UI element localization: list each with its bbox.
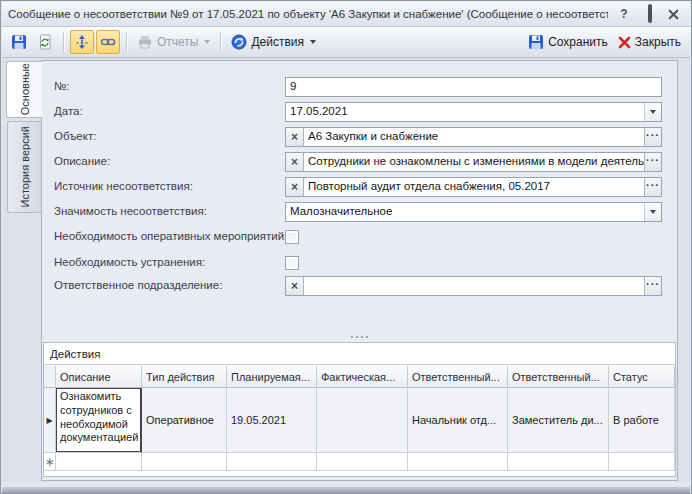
save-button[interactable]: [7, 30, 31, 54]
refresh-object-button[interactable]: [33, 30, 57, 54]
responsible-unit-label: Ответственное подразделение:: [54, 279, 222, 291]
window-resize-edge[interactable]: [2, 483, 690, 493]
elimination-need-checkbox[interactable]: [285, 256, 299, 270]
close-x-icon: [618, 36, 631, 49]
titlebar: Сообщение о несоответствии №9 от 17.05.2…: [2, 2, 690, 27]
responsible-unit-browse-button[interactable]: ···: [644, 277, 661, 295]
new-row-cell[interactable]: [317, 453, 408, 471]
column-header-description[interactable]: Описание: [56, 366, 142, 388]
date-value: 17.05.2021: [286, 103, 644, 121]
object-clear-button[interactable]: ×: [286, 128, 304, 146]
responsible-unit-lookup[interactable]: × ···: [285, 276, 662, 296]
maximize-button[interactable]: [642, 7, 658, 21]
significance-dropdown-button[interactable]: [644, 203, 661, 221]
save-icon: [11, 34, 27, 50]
object-lookup[interactable]: × А6 Закупки и снабжение ···: [285, 127, 662, 147]
help-button[interactable]: ?: [616, 7, 632, 21]
current-row-icon: ▶: [46, 416, 52, 425]
tab-label: История версий: [19, 120, 31, 213]
source-lookup[interactable]: × Повторный аудит отдела снабжения, 05.2…: [285, 177, 662, 197]
close-label: Закрыть: [635, 35, 681, 49]
date-dropdown-button[interactable]: [644, 103, 661, 121]
source-clear-button[interactable]: ×: [286, 178, 304, 196]
column-header-actual-date[interactable]: Фактическая...: [317, 366, 408, 388]
source-value: Повторный аудит отдела снабжения, 05.201…: [304, 178, 644, 196]
new-row-cell[interactable]: [508, 453, 609, 471]
new-row-icon: ∗: [44, 458, 54, 466]
elimination-need-label: Необходимость устранения:: [54, 256, 205, 268]
tab-strip: Основные История версий: [6, 61, 42, 482]
column-header-responsible-2[interactable]: Ответственный...: [508, 366, 609, 388]
tab-istoriya-versiy[interactable]: История версий: [7, 121, 41, 213]
autosize-splitter-toggle[interactable]: [70, 30, 94, 54]
new-row-cell[interactable]: [56, 453, 142, 471]
description-browse-button[interactable]: ···: [644, 153, 661, 171]
new-row-cell[interactable]: [142, 453, 227, 471]
actions-icon: [231, 34, 247, 50]
close-icon: [668, 9, 679, 20]
date-input[interactable]: 17.05.2021: [285, 102, 662, 122]
window-title: Сообщение о несоответствии №9 от 17.05.2…: [8, 8, 608, 20]
row-selector[interactable]: ▶: [44, 388, 56, 453]
new-row-cell[interactable]: [609, 453, 675, 471]
main-area: Основные История версий №: 9 Дата: 17.05…: [2, 58, 690, 482]
field-row-elimination-need: Необходимость устранения:: [42, 253, 677, 273]
splitter-handle[interactable]: [42, 334, 677, 340]
cell-action-type[interactable]: Оперативное: [142, 388, 227, 453]
new-row-selector[interactable]: ∗: [44, 453, 56, 471]
operative-need-checkbox[interactable]: [285, 230, 299, 244]
printer-icon: [137, 34, 153, 50]
field-row-significance: Значимость несоответствия: Малозначитель…: [42, 202, 677, 222]
reports-button: Отчеты: [133, 30, 214, 54]
actions-button[interactable]: Действия: [227, 30, 320, 54]
actions-panel-title: Действия: [44, 343, 675, 365]
save-icon: [528, 34, 544, 50]
form-panel: №: 9 Дата: 17.05.2021 Объект: × А6 Закуп…: [41, 60, 678, 481]
tab-osnovnye[interactable]: Основные: [6, 61, 42, 118]
toolbar: Отчеты Действия: [2, 27, 690, 58]
column-header-action-type[interactable]: Тип действия: [142, 366, 227, 388]
actions-label: Действия: [251, 35, 304, 49]
cell-planned-date[interactable]: 19.05.2021: [227, 388, 317, 453]
source-browse-button[interactable]: ···: [644, 178, 661, 196]
object-browse-button[interactable]: ···: [644, 128, 661, 146]
toolbar-separator: [63, 32, 64, 52]
description-value: Сотрудники не ознакомлены с изменениями …: [304, 153, 644, 171]
field-row-operative-need: Необходимость оперативных мероприятий:: [42, 227, 677, 247]
description-clear-button[interactable]: ×: [286, 153, 304, 171]
link-toggle[interactable]: [96, 30, 120, 54]
chain-link-icon: [100, 34, 116, 50]
column-header-planned-date[interactable]: Планируемая...: [227, 366, 317, 388]
responsible-unit-value: [304, 277, 644, 295]
toolbar-separator: [220, 32, 221, 52]
description-lookup[interactable]: × Сотрудники не ознакомлены с изменениям…: [285, 152, 662, 172]
cell-responsible-2[interactable]: Заместитель ди...: [508, 388, 609, 453]
maximize-icon: [648, 4, 652, 23]
number-input[interactable]: 9: [285, 77, 662, 97]
source-label: Источник несоответствия:: [54, 180, 193, 192]
chevron-down-icon: [650, 210, 656, 214]
field-row-date: Дата: 17.05.2021: [42, 102, 677, 122]
significance-combobox[interactable]: Малозначительное: [285, 202, 662, 222]
responsible-unit-clear-button[interactable]: ×: [286, 277, 304, 295]
cell-status[interactable]: В работе: [609, 388, 675, 453]
splitter-dot: [366, 336, 368, 338]
close-window-button[interactable]: [668, 9, 684, 20]
column-header-responsible-1[interactable]: Ответственный...: [408, 366, 508, 388]
splitter-dot: [351, 336, 353, 338]
column-header-status[interactable]: Статус: [609, 366, 675, 388]
significance-label: Значимость несоответствия:: [54, 205, 207, 217]
refresh-document-icon: [37, 34, 53, 50]
cell-actual-date[interactable]: [317, 388, 408, 453]
cell-responsible-1[interactable]: Начальник отд...: [408, 388, 508, 453]
field-row-object: Объект: × А6 Закупки и снабжение ···: [42, 127, 677, 147]
cell-description[interactable]: Ознакомить сотрудников с необходимой док…: [56, 388, 142, 453]
object-label: Объект:: [54, 130, 96, 142]
number-value: 9: [286, 78, 661, 96]
new-row-cell[interactable]: [408, 453, 508, 471]
close-button[interactable]: Закрыть: [614, 30, 685, 54]
object-value: А6 Закупки и снабжение: [304, 128, 644, 146]
toolbar-separator: [126, 32, 127, 52]
save-and-stay-button[interactable]: Сохранить: [524, 30, 612, 54]
new-row-cell[interactable]: [227, 453, 317, 471]
